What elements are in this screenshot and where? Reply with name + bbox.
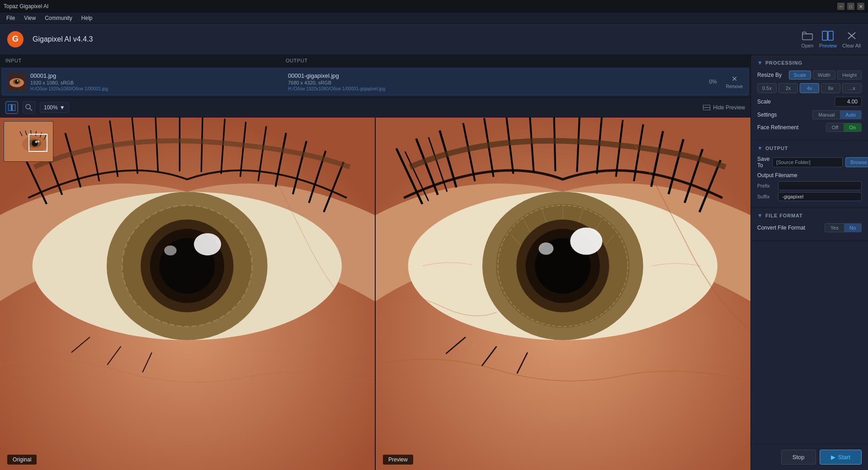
suffix-row: Suffix <box>757 192 862 201</box>
output-header: OUTPUT <box>286 58 745 63</box>
scale-value-row: Scale <box>757 97 862 107</box>
settings-label: Settings <box>757 112 777 118</box>
original-view: Original <box>0 118 376 470</box>
svg-point-41 <box>164 245 176 255</box>
title-bar-title: Topaz Gigapixel AI <box>4 3 48 9</box>
face-refinement-row: Face Refinement Off On <box>757 123 862 132</box>
save-to-row: Save To Browse <box>757 156 862 169</box>
scale-label: Scale <box>757 99 771 105</box>
remove-file-button[interactable]: ✕ Remove <box>726 75 743 89</box>
processing-title: PROCESSING <box>765 60 802 66</box>
scale-6x-button[interactable]: 6x <box>821 83 840 93</box>
split-view-button[interactable] <box>5 101 18 114</box>
menu-view[interactable]: View <box>19 14 40 22</box>
save-to-input[interactable] <box>772 157 843 167</box>
scale-value-input[interactable] <box>835 97 862 107</box>
file-format-chevron[interactable]: ▼ <box>757 212 763 219</box>
svg-point-67 <box>391 383 392 384</box>
resize-height-button[interactable]: Height <box>837 70 862 80</box>
scale-05x-button[interactable]: 0.5x <box>757 83 777 93</box>
resize-by-row: Resize By Scale Width Height <box>757 70 862 80</box>
app-title: Gigapixel AI v4.4.3 <box>33 35 93 43</box>
menu-community[interactable]: Community <box>40 14 77 22</box>
face-refinement-label: Face Refinement <box>757 124 798 131</box>
hide-preview-button[interactable]: Hide Preview <box>703 104 745 111</box>
svg-rect-1 <box>822 31 827 40</box>
clear-all-button[interactable]: Clear All <box>842 30 861 48</box>
input-path: H:/Обои 1920x1080/Обои 1/00001.jpg <box>30 86 288 91</box>
preview-area: 100% ▼ Hide Preview <box>0 98 750 470</box>
thumbnail-navigator[interactable] <box>4 121 53 162</box>
prefix-input[interactable] <box>778 181 862 190</box>
menu-file[interactable]: File <box>2 14 19 22</box>
file-row-input: 00001.jpg 1920 x 1080, sRGB H:/Обои 1920… <box>8 72 288 91</box>
clear-all-icon <box>845 30 858 41</box>
scale-2x-button[interactable]: 2x <box>778 83 798 93</box>
convert-no[interactable]: No <box>844 224 861 232</box>
file-row-output: 00001-gigapixel.jpg 7680 x 4320, sRGB H:… <box>288 72 743 91</box>
processing-chevron[interactable]: ▼ <box>757 60 763 66</box>
close-button[interactable]: ✕ <box>857 3 864 10</box>
convert-toggle: Yes No <box>825 223 862 232</box>
suffix-input[interactable] <box>778 192 862 201</box>
output-path: H:/Обои 1920x1080/Обои 1/00001-gigapixel… <box>288 86 699 91</box>
original-label: Original <box>7 455 37 465</box>
preview-icon <box>821 30 834 41</box>
svg-point-40 <box>194 233 221 255</box>
settings-auto[interactable]: Auto <box>840 111 861 119</box>
file-format-title: FILE FORMAT <box>765 213 803 218</box>
title-bar: Topaz Gigapixel AI ─ □ ✕ <box>0 0 868 13</box>
content-area: INPUT OUTPUT <box>0 55 868 470</box>
input-filename: 00001.jpg <box>30 72 288 79</box>
svg-point-20 <box>32 140 38 146</box>
face-refinement-off[interactable]: Off <box>826 123 844 132</box>
prefix-label: Prefix <box>757 183 775 188</box>
resize-by-label: Resize By <box>757 72 789 78</box>
minimize-button[interactable]: ─ <box>837 3 844 10</box>
file-row: 00001.jpg 1920 x 1080, sRGB H:/Обои 1920… <box>2 68 749 95</box>
settings-toggle: Manual Auto <box>812 110 862 119</box>
convert-yes[interactable]: Yes <box>825 224 844 232</box>
output-filename-label: Output Filename <box>757 172 797 179</box>
scale-custom-button[interactable]: ...x <box>842 83 862 93</box>
file-format-section: ▼ FILE FORMAT Convert File Format Yes No <box>751 208 868 241</box>
suffix-label: Suffix <box>757 194 775 199</box>
output-dims: 7680 x 4320, sRGB <box>288 80 699 85</box>
preview-label: Preview <box>819 43 837 48</box>
face-refinement-on[interactable]: On <box>844 123 861 132</box>
menu-help[interactable]: Help <box>77 14 97 22</box>
scale-buttons-row: 0.5x 2x 4x 6x ...x <box>757 83 862 93</box>
app-logo: G <box>7 31 24 47</box>
input-dims: 1920 x 1080, sRGB <box>30 80 288 85</box>
browse-button[interactable]: Browse <box>845 157 868 167</box>
open-icon <box>801 30 814 41</box>
start-button[interactable]: ▶ Start <box>820 450 862 465</box>
open-button[interactable]: Open <box>801 30 814 48</box>
bottom-actions: Stop ▶ Start <box>751 444 868 470</box>
preview-button[interactable]: Preview <box>819 30 837 48</box>
scale-4x-button[interactable]: 4x <box>800 83 819 93</box>
stop-button[interactable]: Stop <box>781 450 816 465</box>
output-chevron[interactable]: ▼ <box>757 145 763 151</box>
svg-point-21 <box>35 141 38 143</box>
settings-manual[interactable]: Manual <box>813 111 840 119</box>
zoom-control[interactable]: 100% ▼ <box>40 102 69 113</box>
svg-point-83 <box>570 228 602 255</box>
processing-section-header: ▼ PROCESSING <box>757 60 862 66</box>
main-panel: INPUT OUTPUT <box>0 55 750 470</box>
svg-point-84 <box>538 242 553 254</box>
file-format-section-header: ▼ FILE FORMAT <box>757 212 862 219</box>
svg-point-10 <box>17 80 19 82</box>
resize-width-button[interactable]: Width <box>813 70 835 80</box>
output-section: ▼ OUTPUT Save To Browse Output Filename … <box>751 141 868 208</box>
svg-line-25 <box>36 131 36 136</box>
preview-view: Preview <box>376 118 750 470</box>
file-progress: 0% <box>699 79 717 85</box>
resize-scale-button[interactable]: Scale <box>789 70 811 80</box>
preview-canvas[interactable]: Original <box>0 118 750 470</box>
prefix-row: Prefix <box>757 181 862 190</box>
svg-line-92 <box>554 118 556 171</box>
zoom-tool-button[interactable] <box>23 101 35 114</box>
maximize-button[interactable]: □ <box>847 3 854 10</box>
open-label: Open <box>801 43 813 48</box>
